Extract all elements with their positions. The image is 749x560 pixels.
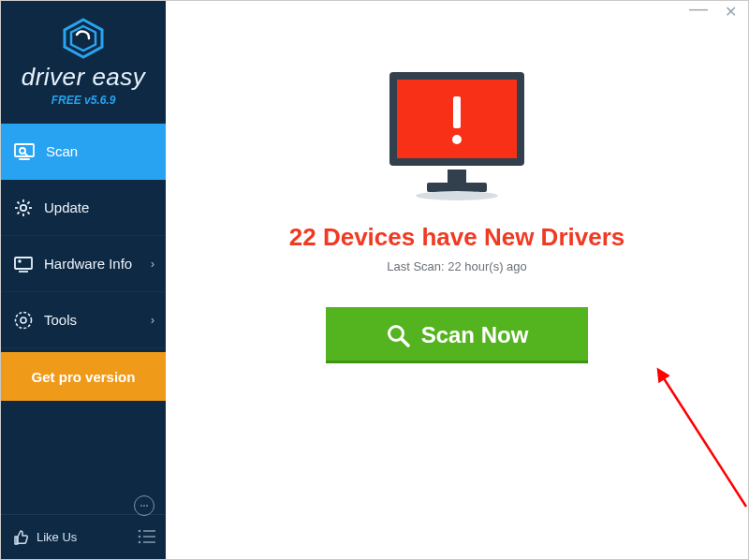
magnifier-icon <box>386 323 410 347</box>
svg-line-14 <box>18 212 20 214</box>
sidebar-item-tools[interactable]: Tools › <box>1 292 166 348</box>
sidebar-item-label: Hardware Info <box>44 256 132 272</box>
headline-count: 22 <box>289 223 316 251</box>
svg-line-37 <box>402 339 408 346</box>
logo-icon <box>61 18 106 59</box>
sidebar-item-label: Update <box>44 199 89 215</box>
monitor-alert-icon <box>382 66 532 202</box>
svg-line-12 <box>27 212 29 214</box>
speech-bubble-icon <box>139 500 150 511</box>
feedback-button[interactable] <box>134 495 154 516</box>
svg-marker-1 <box>71 26 95 51</box>
svg-point-19 <box>21 317 26 323</box>
main-panel: 22 Devices have New Drivers Last Scan: 2… <box>166 1 748 559</box>
brand-version: FREE v5.6.9 <box>1 94 166 107</box>
sidebar-item-scan[interactable]: Scan <box>1 124 166 180</box>
svg-point-25 <box>139 536 141 538</box>
sidebar-item-label: Scan <box>46 143 78 159</box>
alert-monitor-graphic <box>382 66 532 206</box>
svg-line-11 <box>18 201 20 203</box>
scan-now-label: Scan Now <box>421 322 529 348</box>
svg-rect-2 <box>15 144 34 156</box>
chevron-right-icon: › <box>151 258 154 271</box>
svg-rect-15 <box>15 258 32 269</box>
list-icon <box>138 529 156 544</box>
svg-point-27 <box>139 541 141 544</box>
scan-now-button[interactable]: Scan Now <box>326 307 588 363</box>
annotation-arrow <box>550 347 749 535</box>
svg-line-4 <box>24 153 27 155</box>
last-scan-text: Last Scan: 22 hour(s) ago <box>387 259 527 273</box>
get-pro-label: Get pro version <box>32 369 136 385</box>
sidebar-item-label: Tools <box>44 312 77 328</box>
svg-point-20 <box>140 505 142 507</box>
sidebar-item-update[interactable]: Update <box>1 180 166 236</box>
tools-icon <box>14 311 33 330</box>
scan-icon <box>14 143 35 160</box>
hardware-icon <box>14 256 33 273</box>
svg-point-22 <box>146 505 148 507</box>
window-titlebar: — ✕ <box>1 1 748 23</box>
svg-line-13 <box>27 201 29 203</box>
headline: 22 Devices have New Drivers <box>289 223 624 252</box>
svg-rect-32 <box>427 183 487 192</box>
svg-point-23 <box>139 530 141 533</box>
sidebar: driver easy FREE v5.6.9 Scan <box>1 1 166 559</box>
like-us-label: Like Us <box>37 530 77 544</box>
close-button[interactable]: ✕ <box>725 5 737 20</box>
brand-name: driver easy <box>1 63 166 92</box>
svg-line-38 <box>662 376 746 507</box>
sidebar-item-hardware-info[interactable]: Hardware Info › <box>1 236 166 292</box>
chevron-right-icon: › <box>151 314 154 327</box>
menu-list-button[interactable] <box>138 529 156 548</box>
svg-point-18 <box>16 312 32 328</box>
svg-point-35 <box>452 135 462 144</box>
svg-point-6 <box>21 204 26 210</box>
svg-rect-34 <box>453 96 461 128</box>
svg-point-21 <box>143 505 145 507</box>
headline-text: Devices have New Drivers <box>323 223 624 251</box>
svg-rect-31 <box>448 169 466 183</box>
svg-point-33 <box>416 191 498 200</box>
gear-icon <box>14 199 33 217</box>
minimize-button[interactable]: — <box>689 0 708 18</box>
svg-point-16 <box>18 259 22 263</box>
get-pro-button[interactable]: Get pro version <box>1 352 166 401</box>
thumbs-up-icon <box>12 529 29 546</box>
sidebar-menu: Scan Update <box>1 124 166 401</box>
like-us-button[interactable]: Like Us <box>12 529 77 546</box>
